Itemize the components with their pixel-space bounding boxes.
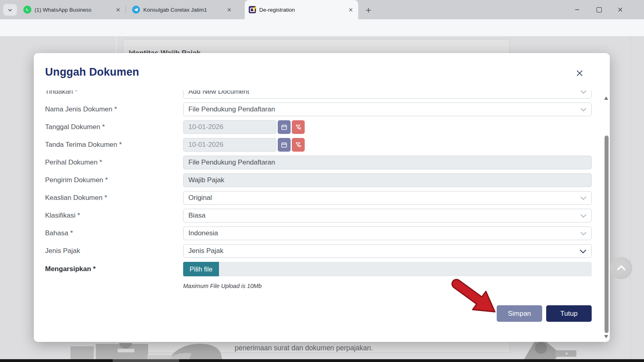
- calendar-picker-button[interactable]: [278, 138, 291, 152]
- form-row-mengarsipkan: Mengarsipkan * Pilih file: [45, 262, 592, 276]
- modal-title: Unggah Dokumen: [45, 66, 139, 78]
- window-maximize-button[interactable]: [590, 3, 608, 16]
- scroll-to-top-button[interactable]: [610, 257, 632, 279]
- tab-telegram[interactable]: Konsulgab Coretax Jatim1: [128, 0, 237, 19]
- tab-label: Konsulgab Coretax Jatim1: [143, 7, 207, 13]
- close-icon: [617, 7, 623, 12]
- modal-scrollbar-up-arrow[interactable]: [604, 97, 608, 100]
- browser-address-bar: https://coretaxdjp.pajak.go.id/case-mana…: [0, 19, 644, 36]
- select-value: Add New Document: [188, 90, 249, 96]
- save-button[interactable]: Simpan: [497, 305, 542, 322]
- modal-scroll-area: Tindakan * Add New Document Nama Jenis D…: [45, 90, 592, 342]
- tab-separator: [126, 6, 126, 14]
- pengirim-dokumen-input-disabled: Wajib Pajak: [183, 173, 592, 187]
- plus-icon: [365, 7, 372, 13]
- bahasa-select[interactable]: Indonesia: [183, 226, 592, 240]
- tanda-terima-dokumen-input[interactable]: [183, 138, 277, 152]
- whatsapp-icon: [23, 6, 31, 14]
- chevron-down-icon: [580, 108, 586, 112]
- field-label: Bahasa *: [45, 229, 183, 237]
- tab-close-button[interactable]: [114, 6, 122, 13]
- new-tab-button[interactable]: [363, 5, 374, 15]
- browser-tab-bar: (1) WhatsApp Business Konsulgab Coretax …: [0, 0, 644, 19]
- window-close-button[interactable]: [611, 3, 630, 16]
- perihal-dokumen-input-disabled: File Pendukung Pendaftaran: [183, 156, 592, 169]
- input-value: Wajib Pajak: [188, 176, 224, 184]
- tab-label: De-registration: [259, 7, 295, 13]
- field-label: Klasifikasi *: [45, 212, 183, 220]
- window-minimize-button[interactable]: [568, 3, 586, 16]
- form-row-tindakan: Tindakan * Add New Document: [45, 90, 592, 99]
- screenshot-root: (1) WhatsApp Business Konsulgab Coretax …: [0, 0, 644, 362]
- field-label: Tanggal Dokumen *: [45, 123, 183, 131]
- modal-scrollbar-thumb[interactable]: [605, 136, 609, 333]
- close-icon: [576, 69, 584, 77]
- nama-jenis-dokumen-select[interactable]: File Pendukung Pendaftaran: [183, 103, 592, 116]
- close-icon: [227, 8, 231, 12]
- field-label: Jenis Pajak: [45, 247, 183, 255]
- select-value: Original: [188, 194, 212, 202]
- klasifikasi-select[interactable]: Biasa: [183, 209, 592, 222]
- field-label: Nama Jenis Dokumen *: [45, 105, 183, 113]
- keaslian-dokumen-select[interactable]: Original: [183, 191, 592, 205]
- close-icon: [349, 8, 353, 12]
- select-value: Indonesia: [188, 229, 218, 237]
- form-row-klasifikasi: Klasifikasi * Biasa: [45, 209, 592, 222]
- file-upload-field: Pilih file: [183, 262, 592, 276]
- chevron-down-icon: [580, 90, 586, 94]
- form-row-tanggal-dokumen: Tanggal Dokumen *: [45, 120, 592, 134]
- chevron-down-icon: [580, 232, 586, 236]
- tab-de-registration-active[interactable]: De-registration: [245, 0, 358, 19]
- filter-clear-icon: [295, 142, 301, 148]
- form-row-keaslian-dokumen: Keaslian Dokumen * Original: [45, 191, 592, 205]
- field-label: Mengarsipkan *: [45, 265, 183, 273]
- calendar-picker-button[interactable]: [278, 120, 291, 134]
- close-icon: [116, 8, 120, 12]
- form-row-bahasa: Bahasa * Indonesia: [45, 226, 592, 240]
- chevron-down-icon: [580, 214, 586, 218]
- tindakan-select[interactable]: Add New Document: [183, 90, 592, 99]
- form-row-nama-jenis-dokumen: Nama Jenis Dokumen * File Pendukung Pend…: [45, 103, 592, 116]
- clear-date-button[interactable]: [292, 120, 305, 134]
- modal-button-row: Simpan Tutup: [45, 305, 592, 322]
- field-label: Perihal Dokumen *: [45, 158, 183, 167]
- select-value: File Pendukung Pendaftaran: [188, 105, 275, 113]
- chevron-down-icon: [580, 249, 586, 254]
- select-value: Biasa: [188, 212, 206, 220]
- field-label: Keaslian Dokumen *: [45, 194, 183, 202]
- field-label: Tanda Terima Dokumen *: [45, 141, 183, 149]
- form-row-tanda-terima-dokumen: Tanda Terima Dokumen *: [45, 138, 592, 152]
- tab-label: (1) WhatsApp Business: [35, 7, 91, 13]
- jenis-pajak-select[interactable]: Jenis Pajak: [183, 244, 592, 258]
- maximize-icon: [597, 7, 602, 12]
- unggah-dokumen-modal: Unggah Dokumen Tindakan * Add New Docume…: [34, 53, 610, 342]
- coretax-favicon: [249, 6, 256, 13]
- choose-file-button[interactable]: Pilih file: [183, 262, 219, 276]
- modal-close-button[interactable]: [574, 68, 585, 78]
- tab-whatsapp[interactable]: (1) WhatsApp Business: [19, 0, 126, 19]
- select-value: Jenis Pajak: [188, 247, 223, 255]
- field-label: Tindakan *: [45, 90, 183, 96]
- minimize-icon: [574, 7, 580, 12]
- clear-date-button[interactable]: [292, 138, 305, 152]
- close-button[interactable]: Tutup: [546, 305, 592, 322]
- calendar-icon: [281, 124, 287, 130]
- form-row-pengirim-dokumen: Pengirim Dokumen * Wajib Pajak: [45, 173, 592, 187]
- field-label: Pengirim Dokumen *: [45, 176, 183, 184]
- chevron-down-icon: [7, 7, 13, 13]
- input-value: File Pendukung Pendaftaran: [188, 158, 275, 167]
- tab-close-button[interactable]: [225, 6, 233, 13]
- calendar-icon: [281, 142, 287, 148]
- form-row-perihal-dokumen: Perihal Dokumen * File Pendukung Pendaft…: [45, 156, 592, 169]
- modal-scrollbar-down-arrow[interactable]: [604, 335, 608, 338]
- filter-clear-icon: [295, 124, 301, 130]
- chevron-down-icon: [580, 196, 586, 200]
- bottom-dark-strip: [0, 359, 644, 362]
- chevron-up-icon: [610, 257, 632, 279]
- form-row-jenis-pajak: Jenis Pajak Jenis Pajak: [45, 244, 592, 258]
- upload-size-note: Maximum File Upload is 10Mb: [183, 283, 592, 289]
- tab-close-button[interactable]: [347, 6, 354, 13]
- telegram-icon: [132, 6, 140, 14]
- tab-search-menu-button[interactable]: [3, 4, 17, 16]
- tanggal-dokumen-input[interactable]: [183, 120, 277, 134]
